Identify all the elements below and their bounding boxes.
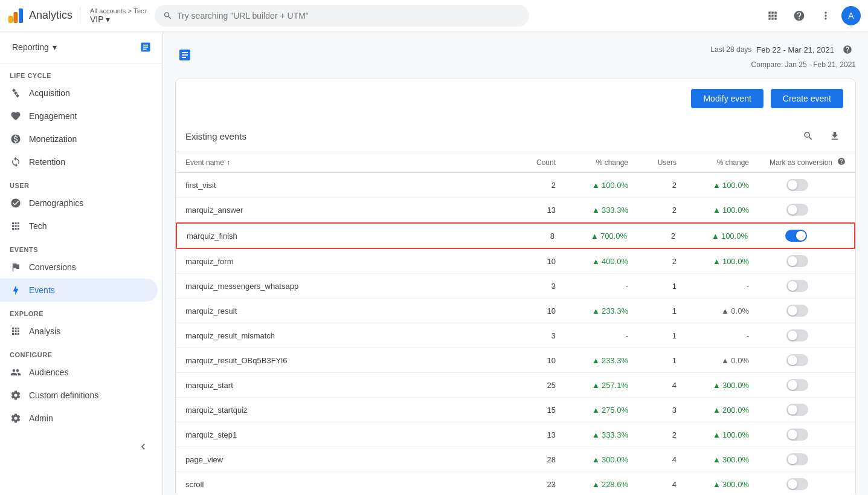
conversion-toggle-cell[interactable]	[749, 404, 846, 416]
users-change-cell: ▲ 100.0%	[713, 430, 749, 439]
sidebar-item-engagement[interactable]: Engagement	[0, 105, 158, 128]
sidebar-item-admin[interactable]: Admin	[0, 407, 158, 430]
acquisition-label: Acquisition	[29, 88, 70, 98]
sidebar-item-events[interactable]: Events	[0, 279, 158, 302]
conversion-toggle-cell[interactable]	[749, 204, 846, 216]
conversion-toggle-cell[interactable]	[749, 329, 846, 341]
count-cell: 13	[507, 430, 556, 439]
conversion-toggle[interactable]	[786, 329, 808, 341]
count-change-cell: ▲ 275.0%	[592, 406, 628, 415]
conversion-toggle[interactable]	[786, 179, 808, 191]
count-change-wrapper: ▲ 233.3%	[556, 356, 628, 365]
conversion-toggle[interactable]	[786, 379, 808, 391]
explore-label: EXPLORE	[0, 302, 162, 320]
conversion-toggle-cell[interactable]	[749, 305, 846, 317]
users-change-wrapper: -	[677, 331, 749, 340]
sidebar-item-demographics[interactable]: Demographics	[0, 192, 158, 215]
sidebar-item-monetization[interactable]: Monetization	[0, 128, 158, 150]
lifecycle-label: LIFE CYCLE	[0, 63, 162, 82]
count-cell: 10	[507, 356, 556, 365]
col-event-name[interactable]: Event name ↑	[185, 158, 507, 167]
breadcrumb-bottom[interactable]: VIP ▾	[90, 15, 147, 24]
col-users[interactable]: Users	[628, 158, 677, 167]
event-name-cell: marquiz_result_mismatch	[185, 331, 507, 340]
conversion-help-icon[interactable]	[837, 157, 846, 167]
users-change-wrapper: ▲ 300.0%	[677, 455, 749, 464]
event-name-cell: marquiz_result_OBq5B3FYl6	[185, 356, 507, 365]
help-button[interactable]	[788, 5, 810, 27]
conversion-toggle-cell[interactable]	[749, 280, 846, 292]
conversion-toggle[interactable]	[786, 354, 808, 366]
table-row: marquiz_result_OBq5B3FYl6 10 ▲ 233.3% 1 …	[176, 348, 855, 373]
table-row: scroll 23 ▲ 228.6% 4 ▲ 300.0%	[176, 472, 855, 495]
col-conversion-label: Mark as conversion	[770, 158, 832, 167]
breadcrumb[interactable]: All accounts > Тест VIP ▾	[90, 7, 147, 24]
demographics-label: Demographics	[29, 198, 83, 208]
count-change-cell: ▲ 333.3%	[592, 205, 628, 215]
app-name: Analytics	[29, 9, 72, 22]
conversion-toggle-cell[interactable]	[749, 179, 846, 191]
create-event-button[interactable]: Create event	[771, 89, 843, 108]
conversion-toggle[interactable]	[786, 453, 808, 465]
conversion-toggle-cell[interactable]	[749, 453, 846, 465]
conversion-toggle[interactable]	[786, 204, 808, 216]
conversion-toggle[interactable]	[786, 255, 808, 267]
conversion-toggle-cell[interactable]	[749, 255, 846, 267]
sidebar-item-acquisition[interactable]: Acquisition	[0, 82, 158, 105]
conversion-toggle-cell[interactable]	[749, 429, 846, 441]
conversion-toggle-cell[interactable]	[749, 379, 846, 391]
engagement-icon	[10, 110, 22, 122]
search-input[interactable]	[177, 11, 521, 21]
apps-button[interactable]	[762, 5, 783, 27]
users-change-wrapper: ▲ 100.0%	[675, 231, 748, 241]
table-row: first_visit 2 ▲ 100.0% 2 ▲ 100.0%	[176, 173, 855, 198]
user-avatar[interactable]: A	[841, 6, 861, 25]
col-count[interactable]: Count	[507, 158, 556, 167]
user-section: USER Demographics Tech	[0, 173, 162, 238]
conversion-toggle-cell[interactable]	[749, 354, 846, 366]
users-change-wrapper: ▲ 100.0%	[677, 430, 749, 439]
users-cell: 4	[628, 381, 677, 390]
conversion-toggle-cell[interactable]	[748, 230, 844, 242]
date-range-value[interactable]: Feb 22 - Mar 21, 2021	[756, 45, 834, 54]
event-name-cell: marquiz_answer	[185, 205, 507, 215]
conversion-toggle[interactable]	[786, 429, 808, 441]
sidebar-item-audiences[interactable]: Audiences	[0, 361, 158, 384]
table-row: marquiz_step1 13 ▲ 333.3% 2 ▲ 100.0%	[176, 422, 855, 447]
reporting-button[interactable]: Reporting ▾	[7, 39, 62, 56]
conversion-toggle[interactable]	[786, 478, 808, 490]
users-change-cell: ▲ 300.0%	[713, 480, 749, 489]
users-change-wrapper: ▲ 0.0%	[677, 306, 749, 315]
sidebar-item-custom-definitions[interactable]: Custom definitions	[0, 384, 158, 407]
conversion-toggle[interactable]	[786, 280, 808, 292]
conversion-toggle[interactable]	[786, 404, 808, 416]
conversion-toggle[interactable]	[785, 230, 807, 242]
events-section-label: EVENTS	[0, 238, 162, 256]
users-cell: 2	[627, 231, 675, 241]
users-cell: 1	[628, 306, 677, 315]
count-change-wrapper: ▲ 300.0%	[556, 455, 628, 464]
users-change-cell: ▲ 100.0%	[713, 181, 749, 190]
sidebar-item-tech[interactable]: Tech	[0, 215, 158, 238]
sidebar-item-analysis[interactable]: Analysis	[0, 320, 158, 343]
conversion-toggle[interactable]	[786, 305, 808, 317]
events-label: Events	[29, 285, 55, 295]
sidebar-collapse[interactable]	[0, 430, 162, 464]
document-icon-btn[interactable]	[136, 37, 155, 57]
users-change-cell: ▲ 200.0%	[713, 406, 749, 415]
modify-event-button[interactable]: Modify event	[691, 89, 763, 108]
download-events-button[interactable]	[824, 125, 846, 147]
search-events-button[interactable]	[797, 125, 819, 147]
date-range[interactable]: Last 28 days Feb 22 - Mar 21, 2021	[710, 41, 856, 58]
sidebar-item-conversions[interactable]: Conversions	[0, 256, 158, 279]
count-change-cell: ▲ 257.1%	[592, 381, 628, 390]
count-change-cell: ▲ 100.0%	[592, 181, 628, 190]
app-logo[interactable]: Analytics	[7, 7, 80, 24]
sidebar-item-retention[interactable]: Retention	[0, 150, 158, 173]
users-cell: 2	[628, 205, 677, 215]
date-help-button[interactable]	[839, 41, 856, 58]
conversions-icon	[10, 261, 22, 273]
more-button[interactable]	[815, 5, 837, 27]
conversion-toggle-cell[interactable]	[749, 478, 846, 490]
search-bar[interactable]	[155, 5, 529, 27]
